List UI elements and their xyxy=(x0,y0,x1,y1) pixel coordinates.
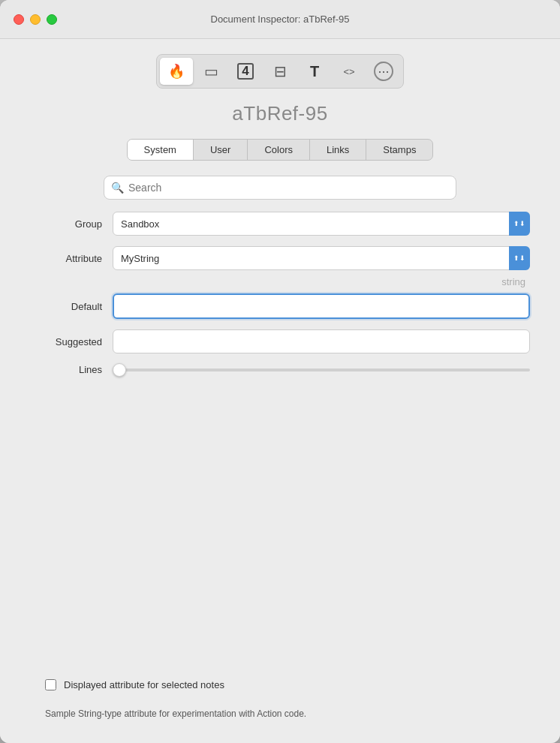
displayed-attribute-checkbox[interactable] xyxy=(45,679,56,690)
search-row: 🔍 xyxy=(23,176,537,200)
default-label: Default xyxy=(30,301,113,312)
default-input[interactable] xyxy=(113,293,530,319)
tab-stamps[interactable]: Stamps xyxy=(366,140,432,160)
tabs-bar: System User Colors Links Stamps xyxy=(127,139,434,161)
tab-colors[interactable]: Colors xyxy=(248,140,310,160)
bottom-section: Displayed attribute for selected notes S… xyxy=(23,679,537,720)
suggested-label: Suggested xyxy=(30,336,113,347)
tab-user[interactable]: User xyxy=(194,140,248,160)
doc-title: aTbRef-95 xyxy=(232,102,327,125)
default-control-wrap xyxy=(113,293,530,319)
main-panel: 🔍 Group Sandbox Attribute xyxy=(23,176,537,386)
window-title: Document Inspector: aTbRef-95 xyxy=(211,14,350,25)
toolbar-flame-button[interactable]: 🔥 xyxy=(160,58,193,85)
group-control-wrap: Sandbox xyxy=(113,212,530,236)
search-input[interactable] xyxy=(104,176,456,200)
flame-icon: 🔥 xyxy=(168,63,185,80)
toolbar-text-button[interactable]: T xyxy=(298,58,331,85)
attribute-select[interactable]: MyString xyxy=(113,246,530,270)
toolbar-layers-button[interactable]: ⊟ xyxy=(263,58,297,85)
toolbar-number-button[interactable]: 4 xyxy=(229,58,262,85)
type-row: string xyxy=(23,276,537,287)
lines-row: Lines xyxy=(23,364,537,375)
toolbar-document-button[interactable]: ▭ xyxy=(194,58,227,85)
number4-icon: 4 xyxy=(237,63,254,80)
content-area: 🔥 ▭ 4 ⊟ T <> ··· aTbRef-95 S xyxy=(0,39,560,743)
group-label: Group xyxy=(30,218,113,230)
tab-system[interactable]: System xyxy=(128,140,194,160)
slider-wrap xyxy=(113,368,530,372)
toolbar-code-button[interactable]: <> xyxy=(333,58,366,85)
maximize-button[interactable] xyxy=(47,14,57,25)
type-label: string xyxy=(501,276,530,287)
code-icon: <> xyxy=(343,66,354,77)
attribute-row: Attribute MyString xyxy=(23,246,537,270)
checkbox-row: Displayed attribute for selected notes xyxy=(23,679,537,690)
default-row: Default xyxy=(23,293,537,319)
window: Document Inspector: aTbRef-95 🔥 ▭ 4 ⊟ T … xyxy=(0,0,560,743)
tab-links[interactable]: Links xyxy=(310,140,366,160)
lines-slider[interactable] xyxy=(113,368,530,372)
document-icon: ▭ xyxy=(204,62,218,80)
minimize-button[interactable] xyxy=(30,14,41,25)
group-row: Group Sandbox xyxy=(23,212,537,236)
layers-icon: ⊟ xyxy=(274,62,287,80)
text-icon: T xyxy=(310,63,319,80)
attribute-label: Attribute xyxy=(30,253,113,264)
description-text: Sample String-type attribute for experim… xyxy=(23,707,537,720)
checkbox-label: Displayed attribute for selected notes xyxy=(64,679,224,690)
toolbar: 🔥 ▭ 4 ⊟ T <> ··· xyxy=(156,54,404,89)
suggested-row: Suggested xyxy=(23,329,537,353)
titlebar: Document Inspector: aTbRef-95 xyxy=(0,0,560,39)
attribute-control-wrap: MyString xyxy=(113,246,530,270)
toolbar-more-button[interactable]: ··· xyxy=(367,58,400,85)
suggested-control-wrap xyxy=(113,329,530,353)
close-button[interactable] xyxy=(14,14,24,25)
more-icon: ··· xyxy=(374,62,393,81)
window-controls xyxy=(14,14,57,25)
group-select[interactable]: Sandbox xyxy=(113,212,530,236)
search-container: 🔍 xyxy=(104,176,456,200)
lines-label: Lines xyxy=(30,364,113,375)
suggested-input[interactable] xyxy=(113,329,530,353)
